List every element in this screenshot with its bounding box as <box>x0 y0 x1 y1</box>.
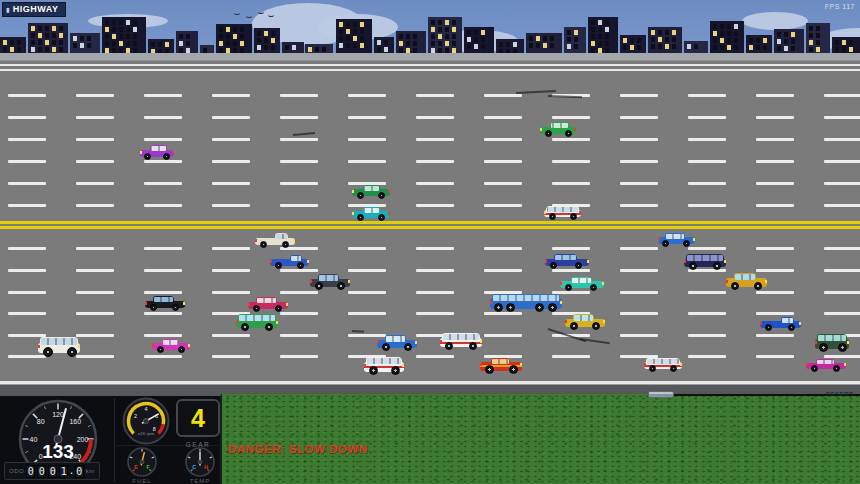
car-wheel <box>378 192 385 199</box>
car-wheel <box>241 323 249 331</box>
car-window <box>555 255 576 260</box>
car-wheel <box>157 346 164 353</box>
taillight <box>145 302 147 305</box>
lane-dash <box>280 204 318 207</box>
vehicle-bus <box>490 294 562 311</box>
lane-dash <box>824 269 860 272</box>
lane-dash <box>348 269 386 272</box>
lane-dash <box>280 269 318 272</box>
taillight <box>270 260 272 263</box>
car-wheel <box>731 282 739 290</box>
fuel-dial: EF <box>127 447 157 477</box>
lane-dash <box>212 269 250 272</box>
car-wheel <box>445 342 453 350</box>
car-window <box>257 298 276 303</box>
odometer-label: ODO <box>9 468 24 474</box>
lane-dash <box>552 269 590 272</box>
car-wheel <box>163 153 170 160</box>
headlight <box>765 280 767 283</box>
skid-mark <box>293 132 315 136</box>
car-wheel <box>570 322 578 330</box>
road-shoulder <box>0 384 860 394</box>
car-window <box>687 255 723 261</box>
headlight <box>188 344 190 347</box>
lane-dash <box>8 138 46 141</box>
svg-text:2: 2 <box>134 413 137 419</box>
highway-badge: ▮ HIGHWAY <box>2 2 66 17</box>
headlight <box>602 282 604 285</box>
lane-dash <box>756 355 794 358</box>
car-wheel <box>548 303 557 312</box>
car-wheel <box>43 347 53 357</box>
car-wheel <box>282 241 289 248</box>
lane-dash <box>688 160 726 163</box>
lane-dash <box>212 355 250 358</box>
lane-dash <box>76 355 114 358</box>
car-cabin <box>734 273 755 283</box>
car-cabin <box>363 185 380 192</box>
lane-dash <box>688 138 726 141</box>
lane-dash <box>620 160 658 163</box>
lane-dash <box>416 355 454 358</box>
lane-dash <box>280 312 318 315</box>
lane-dash <box>76 138 114 141</box>
lane-dash <box>552 355 590 358</box>
car-cabin <box>162 339 179 346</box>
car-window <box>364 186 379 190</box>
lane-dash <box>756 204 794 207</box>
headlight <box>540 128 542 131</box>
vehicle-sports <box>480 356 522 373</box>
car-wheel <box>260 241 267 248</box>
temp-label: TEMP <box>182 478 218 484</box>
car-wheel <box>485 365 494 374</box>
svg-text:x1K rpm: x1K rpm <box>138 431 155 436</box>
lane-dash <box>620 116 658 119</box>
dashboard-panel: 04080120160200240 133 km/h ODO0001.0km 2… <box>0 394 222 484</box>
car-wheel <box>297 262 304 269</box>
lane-dash <box>144 355 182 358</box>
vehicle-van <box>236 314 278 330</box>
taillight <box>388 190 390 193</box>
speed-value: 133 <box>18 441 98 463</box>
taillight <box>806 363 808 366</box>
svg-text:80: 80 <box>37 418 45 425</box>
headlight <box>293 239 295 242</box>
car-wheel <box>469 342 477 350</box>
car-window <box>367 358 401 364</box>
car-wheel <box>494 303 503 312</box>
car-wheel <box>590 284 597 291</box>
taillight <box>565 320 567 323</box>
lane-dash <box>824 291 860 294</box>
lane-dash <box>756 247 794 250</box>
lane-dash <box>416 269 454 272</box>
lane-dash <box>144 204 182 207</box>
taillight <box>579 211 581 214</box>
car-window <box>547 207 578 212</box>
lane-dash <box>76 182 114 185</box>
lane-dash <box>76 160 114 163</box>
lane-dash <box>620 291 658 294</box>
lane-dash <box>280 138 318 141</box>
taillight <box>255 239 257 242</box>
lane-dash <box>212 94 250 97</box>
car-window <box>319 275 338 281</box>
car-wheel <box>545 130 552 137</box>
car-window <box>151 146 167 151</box>
lane-dash <box>484 94 522 97</box>
gear-value: 4 <box>191 404 205 433</box>
car-cabin <box>665 233 684 241</box>
lane-dash <box>756 160 794 163</box>
svg-text:160: 160 <box>69 418 81 425</box>
svg-text:C: C <box>192 464 196 470</box>
lane-dash <box>280 334 318 337</box>
car-cabin <box>554 254 577 263</box>
taillight <box>172 151 174 154</box>
lane-dash <box>144 269 182 272</box>
lane-dash <box>620 94 658 97</box>
lane-dash <box>416 291 454 294</box>
car-wheel <box>178 346 185 353</box>
game-viewport[interactable]: DESERT DANGER: SLOW DOWN ▮ HIGHWAY FPS 1… <box>0 0 860 484</box>
lane-dash <box>688 312 726 315</box>
svg-text:E: E <box>134 464 138 470</box>
car-window <box>276 234 287 239</box>
